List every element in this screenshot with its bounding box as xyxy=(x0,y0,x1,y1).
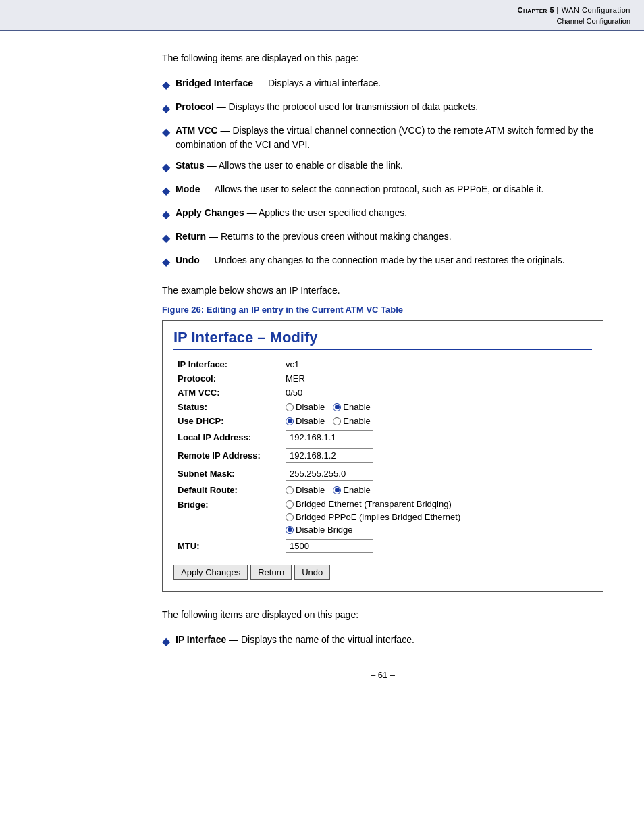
field-atm-vcc: ATM VCC: 0/50 xyxy=(173,386,592,400)
bridge-option-3-label: Disable Bridge xyxy=(296,525,353,535)
default-route-radio-group: Disable Enable xyxy=(286,485,588,495)
footer-bullet-ip-interface: ◆ IP Interface — Displays the name of th… xyxy=(162,633,603,650)
bullet-atm-vcc: ◆ ATM VCC — Displays the virtual channel… xyxy=(162,124,603,152)
bridge-option-2-label: Bridged PPPoE (implies Bridged Ethernet) xyxy=(296,512,460,522)
page-number: – 61 – xyxy=(162,670,603,680)
chapter-label: Chapter 5 | WAN Configuration xyxy=(518,6,630,14)
field-mtu: MTU: xyxy=(173,537,592,555)
status-enable[interactable]: Enable xyxy=(333,402,370,412)
value-protocol: MER xyxy=(281,371,592,386)
form-table: IP Interface: vc1 Protocol: MER ATM VCC:… xyxy=(173,357,592,555)
bridge-options-group: Bridged Ethernet (Transparent Bridging) … xyxy=(286,499,588,535)
footer-intro-text: The following items are displayed on thi… xyxy=(162,608,603,622)
chapter-title: WAN Configuration xyxy=(562,6,630,14)
mtu-input[interactable] xyxy=(286,539,373,553)
bridge-option-1[interactable]: Bridged Ethernet (Transparent Bridging) xyxy=(286,499,588,509)
label-subnet-mask: Subnet Mask: xyxy=(173,465,281,483)
dhcp-disable-circle[interactable] xyxy=(286,417,294,425)
bullet-icon-6: ◆ xyxy=(162,207,170,223)
page-header: Chapter 5 | WAN Configuration Channel Co… xyxy=(0,0,644,31)
default-route-disable-label: Disable xyxy=(296,485,325,495)
label-use-dhcp: Use DHCP: xyxy=(173,414,281,428)
default-route-enable[interactable]: Enable xyxy=(333,485,370,495)
label-protocol: Protocol: xyxy=(173,371,281,386)
bridge-option-2-circle[interactable] xyxy=(286,513,294,521)
bullet-protocol: ◆ Protocol — Displays the protocol used … xyxy=(162,100,603,117)
bullet-icon-3: ◆ xyxy=(162,124,170,140)
value-ip-interface: vc1 xyxy=(281,357,592,371)
bullet-text-8: Undo — Undoes any changes to the connect… xyxy=(176,253,565,267)
status-disable-label: Disable xyxy=(296,402,325,412)
bullet-undo: ◆ Undo — Undoes any changes to the conne… xyxy=(162,253,603,270)
dhcp-enable[interactable]: Enable xyxy=(333,416,370,426)
status-enable-circle[interactable] xyxy=(333,403,341,411)
local-ip-input[interactable] xyxy=(286,430,373,444)
bullet-return: ◆ Return — Returns to the previous creen… xyxy=(162,230,603,246)
bullet-icon-5: ◆ xyxy=(162,183,170,199)
bullet-mode: ◆ Mode — Allows the user to select the c… xyxy=(162,182,603,199)
bridge-option-1-circle[interactable] xyxy=(286,500,294,509)
field-default-route: Default Route: Disable Enable xyxy=(173,483,592,497)
dhcp-disable[interactable]: Disable xyxy=(286,416,325,426)
apply-changes-button[interactable]: Apply Changes xyxy=(173,565,248,580)
default-route-disable[interactable]: Disable xyxy=(286,485,325,495)
label-bridge: Bridge: xyxy=(173,497,281,537)
bullet-icon-2: ◆ xyxy=(162,101,170,117)
bridge-option-2[interactable]: Bridged PPPoE (implies Bridged Ethernet) xyxy=(286,512,588,522)
status-radio-group: Disable Enable xyxy=(286,402,588,412)
intro-text: The following items are displayed on thi… xyxy=(162,51,603,66)
label-default-route: Default Route: xyxy=(173,483,281,497)
value-atm-vcc: 0/50 xyxy=(281,386,592,400)
return-button[interactable]: Return xyxy=(250,565,292,580)
status-disable-circle[interactable] xyxy=(286,403,294,411)
dhcp-enable-circle[interactable] xyxy=(333,417,341,425)
bullet-icon-8: ◆ xyxy=(162,254,170,270)
bullet-icon-4: ◆ xyxy=(162,159,170,176)
dhcp-radio-group: Disable Enable xyxy=(286,416,588,426)
bullet-text-3: ATM VCC — Displays the virtual channel c… xyxy=(176,124,603,152)
label-ip-interface: IP Interface: xyxy=(173,357,281,371)
field-local-ip: Local IP Address: xyxy=(173,428,592,446)
figure-box: IP Interface – Modify IP Interface: vc1 … xyxy=(162,320,603,592)
field-subnet-mask: Subnet Mask: xyxy=(173,465,592,483)
footer-bullet-list: ◆ IP Interface — Displays the name of th… xyxy=(162,633,603,650)
bridge-option-3[interactable]: Disable Bridge xyxy=(286,525,588,535)
value-status: Disable Enable xyxy=(281,400,592,414)
footer-bullet-icon-1: ◆ xyxy=(162,633,170,650)
bullet-text-2: Protocol — Displays the protocol used fo… xyxy=(176,100,478,114)
bullet-bridged-interface: ◆ Bridged Interface — Displays a virtual… xyxy=(162,76,603,93)
field-bridge: Bridge: Bridged Ethernet (Transparent Br… xyxy=(173,497,592,537)
default-route-disable-circle[interactable] xyxy=(286,486,294,494)
bullet-status: ◆ Status — Allows the user to enable or … xyxy=(162,159,603,176)
default-route-enable-circle[interactable] xyxy=(333,486,341,494)
form-title: IP Interface – Modify xyxy=(173,329,592,350)
form-buttons: Apply Changes Return Undo xyxy=(173,565,592,580)
value-default-route: Disable Enable xyxy=(281,483,592,497)
bullet-list: ◆ Bridged Interface — Displays a virtual… xyxy=(162,76,603,270)
label-status: Status: xyxy=(173,400,281,414)
subnet-mask-input[interactable] xyxy=(286,467,373,481)
value-subnet-mask xyxy=(281,465,592,483)
status-enable-label: Enable xyxy=(343,402,370,412)
field-use-dhcp: Use DHCP: Disable Enable xyxy=(173,414,592,428)
label-remote-ip: Remote IP Address: xyxy=(173,446,281,465)
bullet-icon-7: ◆ xyxy=(162,230,170,246)
undo-button[interactable]: Undo xyxy=(294,565,330,580)
bridge-option-3-circle[interactable] xyxy=(286,526,294,534)
value-bridge: Bridged Ethernet (Transparent Bridging) … xyxy=(281,497,592,537)
field-remote-ip: Remote IP Address: xyxy=(173,446,592,465)
field-protocol: Protocol: MER xyxy=(173,371,592,386)
chapter-sub: Channel Configuration xyxy=(557,17,630,25)
value-remote-ip xyxy=(281,446,592,465)
label-local-ip: Local IP Address: xyxy=(173,428,281,446)
label-atm-vcc: ATM VCC: xyxy=(173,386,281,400)
label-mtu: MTU: xyxy=(173,537,281,555)
value-local-ip xyxy=(281,428,592,446)
footer-bullet-text-1: IP Interface — Displays the name of the … xyxy=(176,633,414,647)
dhcp-disable-label: Disable xyxy=(296,416,325,426)
remote-ip-input[interactable] xyxy=(286,448,373,463)
status-disable[interactable]: Disable xyxy=(286,402,325,412)
field-ip-interface: IP Interface: vc1 xyxy=(173,357,592,371)
bullet-icon-1: ◆ xyxy=(162,77,170,93)
bullet-apply-changes: ◆ Apply Changes — Applies the user speci… xyxy=(162,206,603,223)
